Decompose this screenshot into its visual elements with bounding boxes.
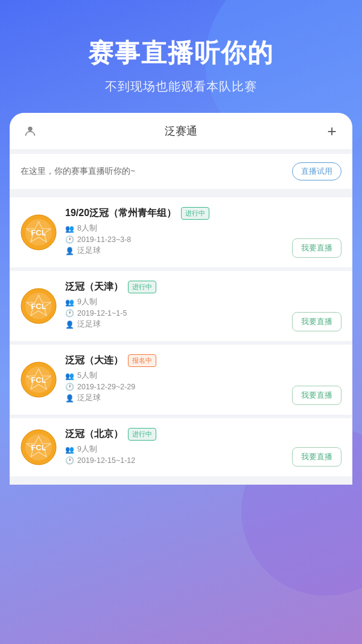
list-item: FCL 泛冠（天津） 进行中 👥 9人制 🕐 2019-12-1~1-5 👤 泛…	[10, 271, 352, 341]
clock-icon: 🕐	[65, 235, 74, 244]
fcl-logo: FCL	[21, 362, 57, 398]
org-icon: 👤	[65, 247, 74, 255]
status-badge: 进行中	[128, 281, 156, 293]
main-card: 泛赛通 + 在这里，你的赛事直播听你的~ 直播试用 FCL 19/20泛冠（常州…	[10, 113, 352, 485]
svg-point-0	[28, 127, 32, 131]
user-icon[interactable]	[22, 123, 39, 139]
svg-text:FCL: FCL	[31, 443, 46, 452]
clock-icon: 🕐	[65, 309, 74, 317]
item-date: 🕐 2019-11-23~3-8	[65, 235, 284, 244]
item-info: 19/20泛冠（常州青年组） 进行中 👥 8人制 🕐 2019-11-23~3-…	[65, 207, 284, 258]
list-item: FCL 泛冠（大连） 报名中 👥 5人制 🕐 2019-12-29~2-29 👤…	[10, 345, 352, 415]
item-title: 泛冠（天津）	[65, 281, 123, 293]
app-title: 泛赛通	[39, 124, 323, 138]
item-people: 👥 8人制	[65, 223, 284, 234]
item-people: 👥 9人制	[65, 444, 284, 454]
fcl-logo: FCL	[21, 429, 57, 465]
item-info: 泛冠（天津） 进行中 👥 9人制 🕐 2019-12-1~1-5 👤 泛足球	[65, 281, 284, 331]
promo-bar: 在这里，你的赛事直播听你的~ 直播试用	[10, 154, 352, 189]
card-header: 泛赛通 +	[10, 113, 352, 149]
live-button[interactable]: 我要直播	[292, 386, 341, 405]
item-people: 👥 5人制	[65, 371, 284, 381]
item-people: 👥 9人制	[65, 297, 284, 307]
list-item: FCL 19/20泛冠（常州青年组） 进行中 👥 8人制 🕐 2019-11-2…	[10, 197, 352, 267]
status-badge: 进行中	[128, 428, 156, 441]
live-button[interactable]: 我要直播	[292, 447, 341, 467]
org-icon: 👤	[65, 394, 74, 403]
promo-trial-button[interactable]: 直播试用	[292, 162, 341, 180]
status-badge: 报名中	[128, 354, 156, 367]
people-icon: 👥	[65, 298, 74, 307]
item-date: 🕐 2019-12-29~2-29	[65, 383, 284, 391]
item-title: 19/20泛冠（常州青年组）	[65, 207, 176, 220]
people-icon: 👥	[65, 225, 74, 233]
hero-title: 赛事直播听你的	[0, 36, 362, 70]
promo-text: 在这里，你的赛事直播听你的~	[21, 166, 135, 177]
item-info: 泛冠（大连） 报名中 👥 5人制 🕐 2019-12-29~2-29 👤 泛足球	[65, 354, 284, 405]
add-icon[interactable]: +	[323, 123, 340, 139]
fcl-logo: FCL	[21, 214, 57, 250]
people-icon: 👥	[65, 445, 74, 454]
status-badge: 进行中	[181, 207, 209, 220]
live-button[interactable]: 我要直播	[292, 238, 341, 258]
item-org: 👤 泛足球	[65, 319, 284, 330]
svg-text:FCL: FCL	[31, 228, 46, 237]
item-info: 泛冠（北京） 进行中 👥 9人制 🕐 2019-12-15~1-12	[65, 428, 284, 467]
hero-subtitle: 不到现场也能观看本队比赛	[0, 78, 362, 95]
item-title-row: 泛冠（北京） 进行中	[65, 428, 284, 441]
svg-text:FCL: FCL	[31, 375, 46, 384]
item-date: 🕐 2019-12-1~1-5	[65, 309, 284, 317]
tournament-list: FCL 19/20泛冠（常州青年组） 进行中 👥 8人制 🕐 2019-11-2…	[10, 189, 352, 485]
live-button[interactable]: 我要直播	[292, 312, 341, 331]
people-icon: 👥	[65, 372, 74, 380]
hero-section: 赛事直播听你的 不到现场也能观看本队比赛	[0, 0, 362, 113]
item-title-row: 19/20泛冠（常州青年组） 进行中	[65, 207, 284, 220]
item-title-row: 泛冠（天津） 进行中	[65, 281, 284, 293]
item-org: 👤 泛足球	[65, 246, 284, 256]
item-title: 泛冠（大连）	[65, 354, 123, 367]
item-title: 泛冠（北京）	[65, 428, 123, 441]
svg-text:FCL: FCL	[31, 302, 46, 311]
clock-icon: 🕐	[65, 383, 74, 391]
list-item: FCL 泛冠（北京） 进行中 👥 9人制 🕐 2019-12-15~1-12 我…	[10, 418, 352, 476]
org-icon: 👤	[65, 320, 74, 329]
item-org: 👤 泛足球	[65, 393, 284, 403]
item-date: 🕐 2019-12-15~1-12	[65, 456, 284, 465]
item-title-row: 泛冠（大连） 报名中	[65, 354, 284, 367]
clock-icon: 🕐	[65, 456, 74, 465]
fcl-logo: FCL	[21, 288, 57, 324]
